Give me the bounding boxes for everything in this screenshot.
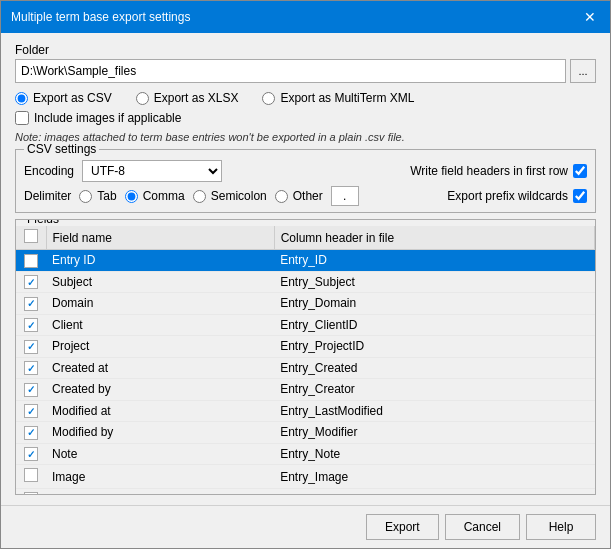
- fields-check-header: [16, 226, 46, 250]
- select-all-checkbox[interactable]: [24, 229, 38, 243]
- row-checkbox-cell[interactable]: [16, 293, 46, 315]
- delimiter-tab-radio[interactable]: [79, 190, 92, 203]
- row-column-header: Entry_LastModified: [274, 400, 594, 422]
- export-xlsx-option[interactable]: Export as XLSX: [136, 91, 239, 105]
- export-prefix-label: Export prefix wildcards: [447, 189, 568, 203]
- cancel-button[interactable]: Cancel: [445, 514, 520, 540]
- include-images-label: Include images if applicable: [34, 111, 181, 125]
- row-field-name: Modified by: [46, 422, 274, 444]
- include-images-row: Include images if applicable: [15, 111, 596, 125]
- help-button[interactable]: Help: [526, 514, 596, 540]
- export-button[interactable]: Export: [366, 514, 439, 540]
- folder-section: Folder ...: [15, 43, 596, 83]
- field-name-header: Field name: [46, 226, 274, 250]
- row-field-name: Entry ID: [46, 250, 274, 272]
- row-checkbox[interactable]: [24, 383, 38, 397]
- fields-data-table: Field name Column header in file Entry I…: [16, 226, 595, 494]
- row-checkbox-cell[interactable]: [16, 400, 46, 422]
- delimiter-tab-label: Tab: [97, 189, 116, 203]
- row-column-header: Entry_Created: [274, 357, 594, 379]
- row-checkbox-cell[interactable]: [16, 379, 46, 401]
- write-headers-row: Write field headers in first row: [410, 164, 587, 178]
- delimiter-semicolon-option[interactable]: Semicolon: [193, 189, 267, 203]
- delimiter-other-input[interactable]: [331, 186, 359, 206]
- delimiter-other-label: Other: [293, 189, 323, 203]
- delimiter-comma-option[interactable]: Comma: [125, 189, 185, 203]
- row-checkbox[interactable]: [24, 404, 38, 418]
- close-button[interactable]: ✕: [580, 7, 600, 27]
- row-column-header: Entry_ID: [274, 250, 594, 272]
- row-column-header: Entry_Image: [274, 465, 594, 489]
- row-field-name: Term definition: [46, 489, 274, 495]
- row-checkbox-cell[interactable]: [16, 250, 46, 272]
- include-images-checkbox[interactable]: [15, 111, 29, 125]
- row-field-name: Note: [46, 443, 274, 465]
- table-row[interactable]: Term definition[Language1_Def: [16, 489, 595, 495]
- table-row[interactable]: SubjectEntry_Subject: [16, 271, 595, 293]
- folder-label: Folder: [15, 43, 596, 57]
- table-row[interactable]: Modified byEntry_Modifier: [16, 422, 595, 444]
- table-row[interactable]: ClientEntry_ClientID: [16, 314, 595, 336]
- table-row[interactable]: Entry IDEntry_ID: [16, 250, 595, 272]
- row-checkbox-cell[interactable]: [16, 271, 46, 293]
- table-row[interactable]: Created atEntry_Created: [16, 357, 595, 379]
- row-field-name: Created by: [46, 379, 274, 401]
- export-xlsx-radio[interactable]: [136, 92, 149, 105]
- table-row[interactable]: DomainEntry_Domain: [16, 293, 595, 315]
- table-row[interactable]: Modified atEntry_LastModified: [16, 400, 595, 422]
- row-checkbox-cell[interactable]: [16, 422, 46, 444]
- row-field-name: Domain: [46, 293, 274, 315]
- table-row[interactable]: ImageEntry_Image: [16, 465, 595, 489]
- write-headers-checkbox[interactable]: [573, 164, 587, 178]
- row-checkbox[interactable]: [24, 447, 38, 461]
- row-column-header: Entry_Note: [274, 443, 594, 465]
- row-column-header: Entry_Modifier: [274, 422, 594, 444]
- delimiter-tab-option[interactable]: Tab: [79, 189, 116, 203]
- encoding-select[interactable]: UTF-8 UTF-16 ASCII ISO-8859-1: [82, 160, 222, 182]
- dialog-title: Multiple term base export settings: [11, 10, 190, 24]
- row-checkbox-cell[interactable]: [16, 443, 46, 465]
- delimiter-other-option[interactable]: Other: [275, 189, 323, 203]
- row-checkbox[interactable]: [24, 492, 38, 494]
- row-checkbox[interactable]: [24, 426, 38, 440]
- column-header: Column header in file: [274, 226, 594, 250]
- row-checkbox-cell[interactable]: [16, 465, 46, 489]
- row-checkbox-cell[interactable]: [16, 489, 46, 495]
- row-checkbox-cell[interactable]: [16, 314, 46, 336]
- note-text: Note: images attached to term base entri…: [15, 131, 596, 143]
- table-row[interactable]: ProjectEntry_ProjectID: [16, 336, 595, 358]
- delimiter-row: Delimiter Tab Comma Semicolon Other: [24, 186, 587, 206]
- row-checkbox[interactable]: [24, 468, 38, 482]
- row-checkbox[interactable]: [24, 254, 38, 268]
- row-checkbox-cell[interactable]: [16, 336, 46, 358]
- export-multiterm-option[interactable]: Export as MultiTerm XML: [262, 91, 414, 105]
- fields-group: Fields Field name Column header in file: [15, 219, 596, 495]
- export-csv-radio[interactable]: [15, 92, 28, 105]
- export-csv-option[interactable]: Export as CSV: [15, 91, 112, 105]
- delimiter-other-radio[interactable]: [275, 190, 288, 203]
- export-prefix-row: Export prefix wildcards: [447, 189, 587, 203]
- row-checkbox-cell[interactable]: [16, 357, 46, 379]
- export-prefix-checkbox[interactable]: [573, 189, 587, 203]
- folder-input[interactable]: [15, 59, 566, 83]
- row-checkbox[interactable]: [24, 361, 38, 375]
- dialog: Multiple term base export settings ✕ Fol…: [0, 0, 611, 549]
- row-checkbox[interactable]: [24, 297, 38, 311]
- browse-button[interactable]: ...: [570, 59, 596, 83]
- export-multiterm-radio[interactable]: [262, 92, 275, 105]
- row-checkbox[interactable]: [24, 275, 38, 289]
- write-headers-label: Write field headers in first row: [410, 164, 568, 178]
- row-checkbox[interactable]: [24, 318, 38, 332]
- delimiter-semicolon-radio[interactable]: [193, 190, 206, 203]
- fields-table[interactable]: Field name Column header in file Entry I…: [16, 226, 595, 494]
- row-column-header: [Language1_Def: [274, 489, 594, 495]
- row-field-name: Image: [46, 465, 274, 489]
- delimiter-semicolon-label: Semicolon: [211, 189, 267, 203]
- export-multiterm-label: Export as MultiTerm XML: [280, 91, 414, 105]
- row-column-header: Entry_ClientID: [274, 314, 594, 336]
- table-row[interactable]: NoteEntry_Note: [16, 443, 595, 465]
- table-row[interactable]: Created byEntry_Creator: [16, 379, 595, 401]
- row-checkbox[interactable]: [24, 340, 38, 354]
- row-column-header: Entry_Creator: [274, 379, 594, 401]
- delimiter-comma-radio[interactable]: [125, 190, 138, 203]
